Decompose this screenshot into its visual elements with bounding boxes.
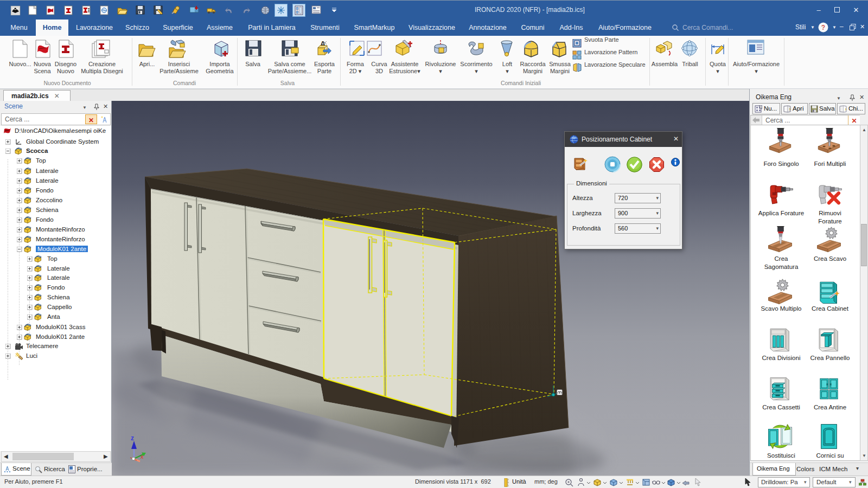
svg-text:z: z [131, 434, 134, 442]
svg-text:x: x [141, 453, 144, 460]
svg-text:?: ? [821, 24, 825, 31]
